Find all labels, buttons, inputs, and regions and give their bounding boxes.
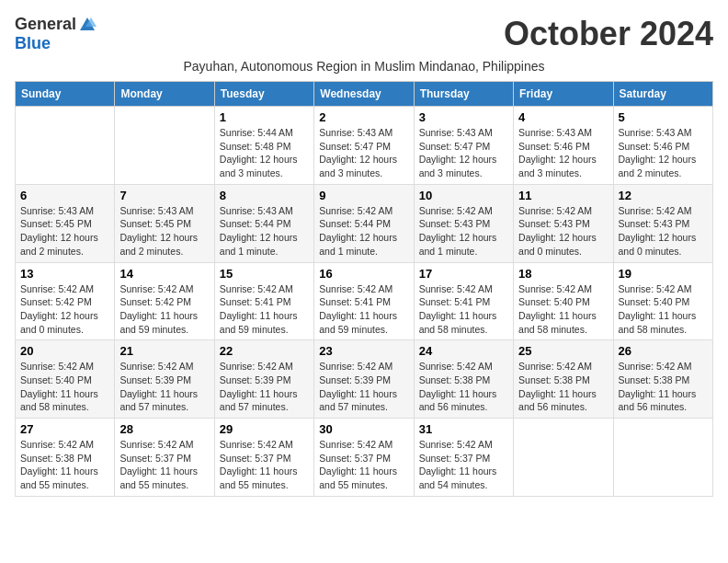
day-number: 27 (20, 422, 109, 436)
dow-header-tuesday: Tuesday (214, 82, 313, 107)
day-number: 18 (518, 267, 608, 281)
day-info: Sunrise: 5:43 AM Sunset: 5:45 PM Dayligh… (20, 204, 109, 259)
day-info: Sunrise: 5:43 AM Sunset: 5:47 PM Dayligh… (419, 126, 508, 180)
day-info: Sunrise: 5:43 AM Sunset: 5:47 PM Dayligh… (319, 126, 408, 180)
dow-header-friday: Friday (514, 82, 613, 107)
day-number: 6 (20, 189, 109, 202)
day-info: Sunrise: 5:42 AM Sunset: 5:42 PM Dayligh… (20, 282, 109, 337)
calendar-cell: 16Sunrise: 5:42 AM Sunset: 5:41 PM Dayli… (314, 262, 414, 340)
day-info: Sunrise: 5:42 AM Sunset: 5:37 PM Dayligh… (119, 438, 209, 492)
day-info: Sunrise: 5:42 AM Sunset: 5:39 PM Dayligh… (220, 360, 309, 414)
day-number: 20 (20, 344, 109, 358)
calendar-cell: 23Sunrise: 5:42 AM Sunset: 5:39 PM Dayli… (314, 340, 414, 419)
day-info: Sunrise: 5:43 AM Sunset: 5:44 PM Dayligh… (220, 204, 309, 259)
calendar-cell: 8Sunrise: 5:43 AM Sunset: 5:44 PM Daylig… (214, 184, 313, 262)
day-info: Sunrise: 5:42 AM Sunset: 5:38 PM Dayligh… (619, 360, 708, 414)
calendar-cell: 20Sunrise: 5:42 AM Sunset: 5:40 PM Dayli… (16, 340, 115, 419)
calendar-cell: 18Sunrise: 5:42 AM Sunset: 5:40 PM Dayli… (514, 262, 613, 340)
calendar-cell: 27Sunrise: 5:42 AM Sunset: 5:38 PM Dayli… (16, 419, 115, 497)
calendar-cell: 3Sunrise: 5:43 AM Sunset: 5:47 PM Daylig… (414, 107, 513, 185)
day-number: 30 (319, 422, 408, 436)
logo-icon (78, 16, 97, 34)
day-number: 10 (419, 189, 508, 202)
day-number: 17 (419, 267, 508, 281)
subtitle: Payuhan, Autonomous Region in Muslim Min… (15, 59, 713, 74)
dow-header-saturday: Saturday (613, 82, 712, 107)
calendar-cell: 5Sunrise: 5:43 AM Sunset: 5:46 PM Daylig… (613, 107, 712, 185)
day-number: 23 (319, 344, 408, 358)
day-number: 15 (220, 267, 309, 281)
logo: General Blue (15, 15, 97, 53)
calendar-cell: 13Sunrise: 5:42 AM Sunset: 5:42 PM Dayli… (16, 262, 115, 340)
calendar-cell: 14Sunrise: 5:42 AM Sunset: 5:42 PM Dayli… (115, 262, 214, 340)
calendar-cell: 30Sunrise: 5:42 AM Sunset: 5:37 PM Dayli… (314, 419, 414, 497)
day-info: Sunrise: 5:42 AM Sunset: 5:41 PM Dayligh… (319, 282, 408, 337)
day-info: Sunrise: 5:42 AM Sunset: 5:43 PM Dayligh… (419, 204, 508, 259)
day-number: 21 (119, 344, 209, 358)
day-info: Sunrise: 5:43 AM Sunset: 5:46 PM Dayligh… (619, 126, 708, 180)
day-number: 13 (20, 267, 109, 281)
day-info: Sunrise: 5:42 AM Sunset: 5:38 PM Dayligh… (20, 438, 109, 492)
dow-header-monday: Monday (115, 82, 214, 107)
day-info: Sunrise: 5:42 AM Sunset: 5:43 PM Dayligh… (518, 204, 608, 259)
day-number: 26 (619, 344, 708, 358)
day-number: 5 (619, 110, 708, 124)
calendar-cell (16, 107, 115, 185)
day-info: Sunrise: 5:44 AM Sunset: 5:48 PM Dayligh… (220, 126, 309, 180)
calendar-cell: 10Sunrise: 5:42 AM Sunset: 5:43 PM Dayli… (414, 184, 513, 262)
month-title: October 2024 (504, 15, 713, 53)
day-number: 9 (319, 189, 408, 202)
day-number: 28 (119, 422, 209, 436)
day-info: Sunrise: 5:42 AM Sunset: 5:38 PM Dayligh… (518, 360, 608, 414)
calendar-cell: 26Sunrise: 5:42 AM Sunset: 5:38 PM Dayli… (613, 340, 712, 419)
day-number: 11 (518, 189, 608, 202)
day-info: Sunrise: 5:42 AM Sunset: 5:41 PM Dayligh… (419, 282, 508, 337)
day-info: Sunrise: 5:42 AM Sunset: 5:44 PM Dayligh… (319, 204, 408, 259)
calendar: SundayMondayTuesdayWednesdayThursdayFrid… (15, 81, 713, 497)
logo-general: General (15, 15, 76, 34)
calendar-cell: 22Sunrise: 5:42 AM Sunset: 5:39 PM Dayli… (214, 340, 313, 419)
calendar-cell (613, 419, 712, 497)
day-info: Sunrise: 5:42 AM Sunset: 5:42 PM Dayligh… (119, 282, 209, 337)
calendar-cell: 12Sunrise: 5:42 AM Sunset: 5:43 PM Dayli… (613, 184, 712, 262)
day-info: Sunrise: 5:42 AM Sunset: 5:37 PM Dayligh… (419, 438, 508, 492)
day-info: Sunrise: 5:42 AM Sunset: 5:38 PM Dayligh… (419, 360, 508, 414)
calendar-cell: 28Sunrise: 5:42 AM Sunset: 5:37 PM Dayli… (115, 419, 214, 497)
day-info: Sunrise: 5:42 AM Sunset: 5:41 PM Dayligh… (220, 282, 309, 337)
calendar-cell: 9Sunrise: 5:42 AM Sunset: 5:44 PM Daylig… (314, 184, 414, 262)
calendar-cell: 25Sunrise: 5:42 AM Sunset: 5:38 PM Dayli… (514, 340, 613, 419)
day-number: 22 (220, 344, 309, 358)
day-info: Sunrise: 5:42 AM Sunset: 5:40 PM Dayligh… (20, 360, 109, 414)
calendar-cell: 21Sunrise: 5:42 AM Sunset: 5:39 PM Dayli… (115, 340, 214, 419)
day-number: 24 (419, 344, 508, 358)
calendar-cell (115, 107, 214, 185)
day-number: 16 (319, 267, 408, 281)
calendar-cell: 7Sunrise: 5:43 AM Sunset: 5:45 PM Daylig… (115, 184, 214, 262)
day-info: Sunrise: 5:42 AM Sunset: 5:40 PM Dayligh… (619, 282, 708, 337)
dow-header-sunday: Sunday (16, 82, 115, 107)
calendar-cell: 31Sunrise: 5:42 AM Sunset: 5:37 PM Dayli… (414, 419, 513, 497)
day-info: Sunrise: 5:42 AM Sunset: 5:40 PM Dayligh… (518, 282, 608, 337)
calendar-cell: 29Sunrise: 5:42 AM Sunset: 5:37 PM Dayli… (214, 419, 313, 497)
calendar-cell: 19Sunrise: 5:42 AM Sunset: 5:40 PM Dayli… (613, 262, 712, 340)
day-info: Sunrise: 5:42 AM Sunset: 5:39 PM Dayligh… (319, 360, 408, 414)
day-info: Sunrise: 5:42 AM Sunset: 5:39 PM Dayligh… (119, 360, 209, 414)
dow-header-thursday: Thursday (414, 82, 513, 107)
calendar-cell: 4Sunrise: 5:43 AM Sunset: 5:46 PM Daylig… (514, 107, 613, 185)
day-info: Sunrise: 5:42 AM Sunset: 5:37 PM Dayligh… (220, 438, 309, 492)
day-number: 14 (119, 267, 209, 281)
day-number: 3 (419, 110, 508, 124)
dow-header-wednesday: Wednesday (314, 82, 414, 107)
day-number: 8 (220, 189, 309, 202)
day-number: 12 (619, 189, 708, 202)
day-info: Sunrise: 5:43 AM Sunset: 5:46 PM Dayligh… (518, 126, 608, 180)
calendar-cell: 24Sunrise: 5:42 AM Sunset: 5:38 PM Dayli… (414, 340, 513, 419)
calendar-cell: 6Sunrise: 5:43 AM Sunset: 5:45 PM Daylig… (16, 184, 115, 262)
day-info: Sunrise: 5:42 AM Sunset: 5:37 PM Dayligh… (319, 438, 408, 492)
day-number: 19 (619, 267, 708, 281)
day-number: 29 (220, 422, 309, 436)
day-info: Sunrise: 5:43 AM Sunset: 5:45 PM Dayligh… (119, 204, 209, 259)
day-number: 25 (518, 344, 608, 358)
day-number: 1 (220, 110, 309, 124)
calendar-cell: 2Sunrise: 5:43 AM Sunset: 5:47 PM Daylig… (314, 107, 414, 185)
